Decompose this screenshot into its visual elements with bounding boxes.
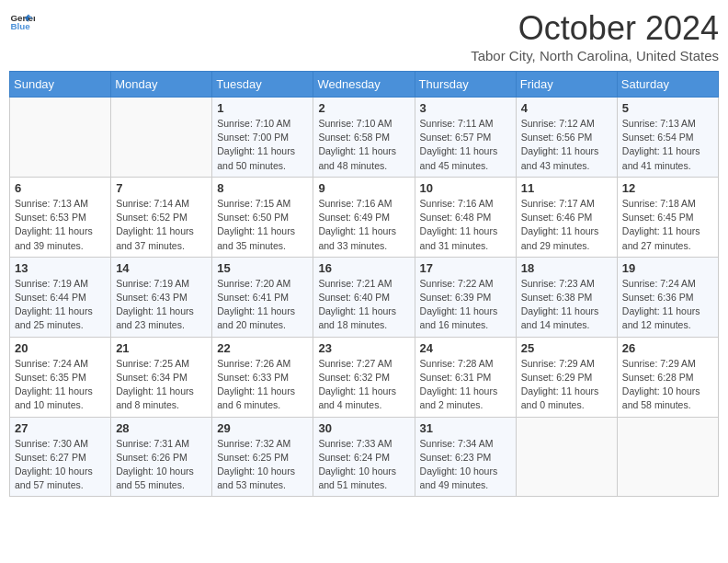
calendar-day-cell: 26Sunrise: 7:29 AM Sunset: 6:28 PM Dayli… bbox=[617, 337, 718, 417]
day-of-week-header: Saturday bbox=[617, 72, 718, 98]
day-info: Sunrise: 7:20 AM Sunset: 6:41 PM Dayligh… bbox=[217, 277, 308, 333]
calendar-day-cell: 6Sunrise: 7:13 AM Sunset: 6:53 PM Daylig… bbox=[10, 177, 111, 257]
calendar-day-cell: 31Sunrise: 7:34 AM Sunset: 6:23 PM Dayli… bbox=[415, 417, 516, 497]
day-info: Sunrise: 7:27 AM Sunset: 6:32 PM Dayligh… bbox=[318, 357, 409, 413]
day-number: 16 bbox=[318, 261, 409, 275]
day-info: Sunrise: 7:29 AM Sunset: 6:29 PM Dayligh… bbox=[521, 357, 612, 413]
day-info: Sunrise: 7:21 AM Sunset: 6:40 PM Dayligh… bbox=[318, 277, 409, 333]
calendar-day-cell: 16Sunrise: 7:21 AM Sunset: 6:40 PM Dayli… bbox=[313, 257, 415, 337]
day-number: 12 bbox=[622, 181, 713, 195]
calendar-day-cell bbox=[617, 417, 718, 497]
day-info: Sunrise: 7:16 AM Sunset: 6:48 PM Dayligh… bbox=[420, 197, 511, 253]
calendar-day-cell: 13Sunrise: 7:19 AM Sunset: 6:44 PM Dayli… bbox=[10, 257, 111, 337]
day-info: Sunrise: 7:26 AM Sunset: 6:33 PM Dayligh… bbox=[217, 357, 308, 413]
calendar-day-cell: 14Sunrise: 7:19 AM Sunset: 6:43 PM Dayli… bbox=[111, 257, 212, 337]
page-header: General Blue October 2024 Tabor City, No… bbox=[9, 9, 719, 63]
day-number: 22 bbox=[217, 341, 308, 355]
day-number: 30 bbox=[318, 421, 409, 435]
calendar-day-cell: 19Sunrise: 7:24 AM Sunset: 6:36 PM Dayli… bbox=[617, 257, 718, 337]
day-number: 4 bbox=[521, 101, 612, 115]
svg-text:Blue: Blue bbox=[10, 21, 30, 31]
day-of-week-header: Thursday bbox=[415, 72, 516, 98]
calendar-week-row: 1Sunrise: 7:10 AM Sunset: 7:00 PM Daylig… bbox=[10, 98, 719, 178]
day-info: Sunrise: 7:30 AM Sunset: 6:27 PM Dayligh… bbox=[15, 437, 106, 493]
day-info: Sunrise: 7:15 AM Sunset: 6:50 PM Dayligh… bbox=[217, 197, 308, 253]
calendar-day-cell: 22Sunrise: 7:26 AM Sunset: 6:33 PM Dayli… bbox=[212, 337, 313, 417]
day-number: 28 bbox=[116, 421, 207, 435]
day-info: Sunrise: 7:11 AM Sunset: 6:57 PM Dayligh… bbox=[420, 117, 511, 173]
day-number: 14 bbox=[116, 261, 207, 275]
day-info: Sunrise: 7:32 AM Sunset: 6:25 PM Dayligh… bbox=[217, 437, 308, 493]
day-of-week-header: Sunday bbox=[10, 72, 111, 98]
day-number: 21 bbox=[116, 341, 207, 355]
day-info: Sunrise: 7:24 AM Sunset: 6:36 PM Dayligh… bbox=[622, 277, 713, 333]
day-of-week-header: Friday bbox=[516, 72, 617, 98]
day-info: Sunrise: 7:28 AM Sunset: 6:31 PM Dayligh… bbox=[420, 357, 511, 413]
calendar-day-cell: 8Sunrise: 7:15 AM Sunset: 6:50 PM Daylig… bbox=[212, 177, 313, 257]
calendar-day-cell: 24Sunrise: 7:28 AM Sunset: 6:31 PM Dayli… bbox=[415, 337, 516, 417]
calendar-day-cell bbox=[10, 98, 111, 178]
calendar-table: SundayMondayTuesdayWednesdayThursdayFrid… bbox=[9, 71, 719, 497]
location-title: Tabor City, North Carolina, United State… bbox=[471, 48, 719, 63]
day-info: Sunrise: 7:29 AM Sunset: 6:28 PM Dayligh… bbox=[622, 357, 713, 413]
day-number: 5 bbox=[622, 101, 713, 115]
day-number: 10 bbox=[420, 181, 511, 195]
day-info: Sunrise: 7:34 AM Sunset: 6:23 PM Dayligh… bbox=[420, 437, 511, 493]
calendar-day-cell: 1Sunrise: 7:10 AM Sunset: 7:00 PM Daylig… bbox=[212, 98, 313, 178]
calendar-day-cell: 10Sunrise: 7:16 AM Sunset: 6:48 PM Dayli… bbox=[415, 177, 516, 257]
calendar-day-cell bbox=[516, 417, 617, 497]
day-number: 23 bbox=[318, 341, 409, 355]
day-number: 26 bbox=[622, 341, 713, 355]
day-info: Sunrise: 7:10 AM Sunset: 6:58 PM Dayligh… bbox=[318, 117, 409, 173]
day-number: 18 bbox=[521, 261, 612, 275]
title-block: October 2024 Tabor City, North Carolina,… bbox=[471, 9, 719, 63]
calendar-day-cell: 21Sunrise: 7:25 AM Sunset: 6:34 PM Dayli… bbox=[111, 337, 212, 417]
calendar-week-row: 13Sunrise: 7:19 AM Sunset: 6:44 PM Dayli… bbox=[10, 257, 719, 337]
month-title: October 2024 bbox=[471, 9, 719, 48]
day-number: 31 bbox=[420, 421, 511, 435]
calendar-day-cell: 9Sunrise: 7:16 AM Sunset: 6:49 PM Daylig… bbox=[313, 177, 415, 257]
calendar-day-cell: 25Sunrise: 7:29 AM Sunset: 6:29 PM Dayli… bbox=[516, 337, 617, 417]
calendar-day-cell: 23Sunrise: 7:27 AM Sunset: 6:32 PM Dayli… bbox=[313, 337, 415, 417]
calendar-week-row: 20Sunrise: 7:24 AM Sunset: 6:35 PM Dayli… bbox=[10, 337, 719, 417]
day-info: Sunrise: 7:16 AM Sunset: 6:49 PM Dayligh… bbox=[318, 197, 409, 253]
calendar-day-cell: 15Sunrise: 7:20 AM Sunset: 6:41 PM Dayli… bbox=[212, 257, 313, 337]
calendar-week-row: 6Sunrise: 7:13 AM Sunset: 6:53 PM Daylig… bbox=[10, 177, 719, 257]
calendar-day-cell bbox=[111, 98, 212, 178]
day-info: Sunrise: 7:24 AM Sunset: 6:35 PM Dayligh… bbox=[15, 357, 106, 413]
calendar-day-cell: 30Sunrise: 7:33 AM Sunset: 6:24 PM Dayli… bbox=[313, 417, 415, 497]
calendar-day-cell: 2Sunrise: 7:10 AM Sunset: 6:58 PM Daylig… bbox=[313, 98, 415, 178]
calendar-day-cell: 7Sunrise: 7:14 AM Sunset: 6:52 PM Daylig… bbox=[111, 177, 212, 257]
day-number: 15 bbox=[217, 261, 308, 275]
day-number: 1 bbox=[217, 101, 308, 115]
day-info: Sunrise: 7:23 AM Sunset: 6:38 PM Dayligh… bbox=[521, 277, 612, 333]
day-number: 13 bbox=[15, 261, 106, 275]
day-number: 11 bbox=[521, 181, 612, 195]
calendar-day-cell: 5Sunrise: 7:13 AM Sunset: 6:54 PM Daylig… bbox=[617, 98, 718, 178]
day-number: 29 bbox=[217, 421, 308, 435]
calendar-week-row: 27Sunrise: 7:30 AM Sunset: 6:27 PM Dayli… bbox=[10, 417, 719, 497]
day-of-week-header: Tuesday bbox=[212, 72, 313, 98]
day-number: 20 bbox=[15, 341, 106, 355]
calendar-day-cell: 27Sunrise: 7:30 AM Sunset: 6:27 PM Dayli… bbox=[10, 417, 111, 497]
day-info: Sunrise: 7:13 AM Sunset: 6:54 PM Dayligh… bbox=[622, 117, 713, 173]
day-info: Sunrise: 7:10 AM Sunset: 7:00 PM Dayligh… bbox=[217, 117, 308, 173]
day-info: Sunrise: 7:17 AM Sunset: 6:46 PM Dayligh… bbox=[521, 197, 612, 253]
day-of-week-header: Wednesday bbox=[313, 72, 415, 98]
day-number: 27 bbox=[15, 421, 106, 435]
calendar-day-cell: 29Sunrise: 7:32 AM Sunset: 6:25 PM Dayli… bbox=[212, 417, 313, 497]
day-info: Sunrise: 7:14 AM Sunset: 6:52 PM Dayligh… bbox=[116, 197, 207, 253]
day-number: 19 bbox=[622, 261, 713, 275]
day-info: Sunrise: 7:12 AM Sunset: 6:56 PM Dayligh… bbox=[521, 117, 612, 173]
day-info: Sunrise: 7:18 AM Sunset: 6:45 PM Dayligh… bbox=[622, 197, 713, 253]
day-number: 25 bbox=[521, 341, 612, 355]
calendar-day-cell: 17Sunrise: 7:22 AM Sunset: 6:39 PM Dayli… bbox=[415, 257, 516, 337]
day-number: 3 bbox=[420, 101, 511, 115]
day-number: 7 bbox=[116, 181, 207, 195]
day-info: Sunrise: 7:19 AM Sunset: 6:43 PM Dayligh… bbox=[116, 277, 207, 333]
day-number: 17 bbox=[420, 261, 511, 275]
calendar-day-cell: 11Sunrise: 7:17 AM Sunset: 6:46 PM Dayli… bbox=[516, 177, 617, 257]
calendar-day-cell: 12Sunrise: 7:18 AM Sunset: 6:45 PM Dayli… bbox=[617, 177, 718, 257]
day-number: 2 bbox=[318, 101, 409, 115]
day-number: 6 bbox=[15, 181, 106, 195]
